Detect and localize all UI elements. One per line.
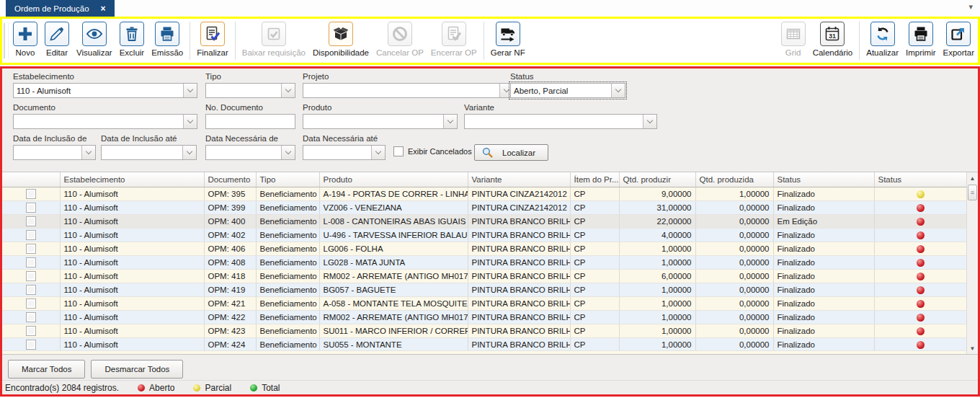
data-inclusao-ate-select[interactable] <box>101 145 197 160</box>
data-necessaria-ate-select[interactable] <box>303 145 386 160</box>
table-row[interactable]: 110 - Alumisoft OPM: 422 Beneficiamento … <box>2 310 966 324</box>
column-header-tipo[interactable]: Tipo <box>256 172 319 187</box>
excluir-button[interactable]: Excluir <box>116 19 148 63</box>
refresh-icon <box>870 22 895 46</box>
chevron-down-icon[interactable] <box>443 115 457 128</box>
cell-variante: PINTURA BRANCO BRILH... <box>468 269 570 283</box>
row-checkbox[interactable] <box>26 230 36 240</box>
column-header-documento[interactable]: Documento <box>204 172 256 187</box>
table-row[interactable]: 110 - Alumisoft OPM: 421 Beneficiamento … <box>2 296 966 310</box>
row-checkbox[interactable] <box>26 203 36 213</box>
cell-qtd-produzir: 1,00000 <box>619 310 695 324</box>
vertical-scrollbar[interactable]: ▲ ≡ ▼ <box>966 172 978 354</box>
status-select[interactable]: Aberto, Parcial <box>510 83 625 98</box>
localizar-button[interactable]: Localizar <box>474 144 548 161</box>
editar-button[interactable]: Editar <box>41 19 73 63</box>
chevron-down-icon[interactable] <box>281 146 295 159</box>
documento-select[interactable] <box>13 114 197 129</box>
table-row[interactable]: 110 - Alumisoft OPM: 400 Beneficiamento … <box>2 214 966 228</box>
search-icon <box>481 146 495 160</box>
produto-select[interactable] <box>303 114 458 129</box>
close-icon[interactable]: × <box>101 4 106 14</box>
visualizar-button[interactable]: Visualizar <box>73 19 116 63</box>
table-row[interactable]: 110 - Alumisoft OPM: 408 Beneficiamento … <box>2 255 966 269</box>
tab-overflow-chevron-icon[interactable]: ▾ <box>968 2 973 12</box>
cell-variante: PINTURA BRANCO BRILH... <box>468 255 570 269</box>
row-checkbox[interactable] <box>26 271 36 281</box>
imprimir-button[interactable]: Imprimir <box>902 19 940 63</box>
cell-tipo: Beneficiamento <box>256 337 319 351</box>
chevron-down-icon[interactable] <box>371 146 385 159</box>
marcar-todos-button[interactable]: Marcar Todos <box>8 360 85 379</box>
cell-tipo: Beneficiamento <box>256 310 319 324</box>
chevron-down-icon[interactable] <box>182 146 196 159</box>
column-header-status-dot[interactable]: Status <box>874 172 966 187</box>
chevron-down-icon[interactable] <box>643 115 656 128</box>
table-row[interactable]: 110 - Alumisoft OPM: 399 Beneficiamento … <box>2 200 966 214</box>
finalizar-button[interactable]: Finalizar <box>193 19 231 63</box>
chevron-down-icon[interactable] <box>281 84 295 97</box>
cell-qtd-produzir: 1,00000 <box>619 283 695 296</box>
cell-documento: OPM: 408 <box>204 255 256 269</box>
cell-item: CP <box>570 310 619 324</box>
row-checkbox[interactable] <box>26 244 36 254</box>
row-checkbox[interactable] <box>26 189 36 199</box>
projeto-select[interactable] <box>303 83 514 98</box>
desmarcar-todos-button[interactable]: Desmarcar Todos <box>91 360 183 379</box>
cell-status: Em Edição <box>773 214 874 228</box>
exportar-button[interactable]: Exportar <box>940 19 978 63</box>
row-checkbox[interactable] <box>26 312 36 322</box>
data-inclusao-de-select[interactable] <box>13 145 96 160</box>
novo-button[interactable]: Novo <box>9 19 41 63</box>
column-header-status[interactable]: Status <box>773 172 874 187</box>
column-header-estabelecimento[interactable]: Estabelecimento <box>60 172 204 187</box>
results-table: Estabelecimento Documento Tipo Produto V… <box>2 172 967 352</box>
chevron-down-icon[interactable] <box>81 146 95 159</box>
table-row[interactable]: 110 - Alumisoft OPM: 423 Beneficiamento … <box>2 324 966 337</box>
cell-estabelecimento: 110 - Alumisoft <box>60 283 204 296</box>
row-checkbox[interactable] <box>26 298 36 309</box>
chevron-down-icon[interactable] <box>183 115 197 128</box>
chevron-down-icon[interactable] <box>611 84 625 97</box>
column-header-qtd-produzir[interactable]: Qtd. produzir <box>619 172 695 187</box>
variante-select[interactable] <box>464 114 657 129</box>
scroll-up-icon[interactable]: ▲ <box>967 172 978 184</box>
chevron-down-icon[interactable] <box>183 84 197 97</box>
atualizar-button[interactable]: Atualizar <box>863 19 902 63</box>
table-row[interactable]: 110 - Alumisoft OPM: 419 Beneficiamento … <box>2 283 966 296</box>
row-checkbox[interactable] <box>26 340 36 350</box>
column-header-variante[interactable]: Variante <box>468 172 570 187</box>
cell-documento: OPM: 400 <box>204 214 256 228</box>
no-documento-input[interactable] <box>205 114 295 129</box>
table-row[interactable]: 110 - Alumisoft OPM: 402 Beneficiamento … <box>2 228 966 242</box>
scrollbar-thumb[interactable]: ≡ <box>968 185 977 200</box>
cell-tipo: Beneficiamento <box>256 255 319 269</box>
row-checkbox[interactable] <box>26 257 36 267</box>
exibir-cancelados-checkbox[interactable] <box>393 146 404 156</box>
table-row[interactable]: 110 - Alumisoft OPM: 418 Beneficiamento … <box>2 269 966 283</box>
cell-status: Finalizado <box>773 324 874 337</box>
row-checkbox[interactable] <box>26 326 36 336</box>
scroll-down-icon[interactable]: ▼ <box>967 342 978 354</box>
filter-area: Estabelecimento 110 - Alumisoft Tipo Pro… <box>13 72 971 169</box>
tipo-select[interactable] <box>205 83 295 98</box>
row-checkbox[interactable] <box>26 285 36 295</box>
table-row[interactable]: 110 - Alumisoft OPM: 424 Beneficiamento … <box>2 337 966 351</box>
gerar-nf-button[interactable]: Gerar NF <box>487 19 529 63</box>
column-header-item[interactable]: Ítem do Pr... <box>570 172 619 187</box>
table-row[interactable]: 110 - Alumisoft OPM: 406 Beneficiamento … <box>2 242 966 255</box>
column-header-select[interactable] <box>2 172 60 187</box>
estabelecimento-select[interactable]: 110 - Alumisoft <box>13 83 197 98</box>
disponibilidade-button[interactable]: Disponibilidade <box>309 19 373 63</box>
cell-produto: SU055 - MONTANTE <box>319 337 468 351</box>
column-header-qtd-produzida[interactable]: Qtd. produzida <box>695 172 773 187</box>
emissao-button[interactable]: Emissão <box>148 19 187 63</box>
row-checkbox[interactable] <box>26 216 36 226</box>
export-icon <box>946 22 971 46</box>
table-row[interactable]: 110 - Alumisoft OPM: 395 Beneficiamento … <box>2 187 966 200</box>
tab-ordem-de-producao[interactable]: Ordem de Produção × <box>6 0 115 17</box>
column-header-produto[interactable]: Produto <box>319 172 468 187</box>
calendario-button[interactable]: 31 Calendário <box>809 19 857 63</box>
filter-projeto: Projeto <box>303 72 514 98</box>
data-necessaria-de-select[interactable] <box>205 145 295 160</box>
